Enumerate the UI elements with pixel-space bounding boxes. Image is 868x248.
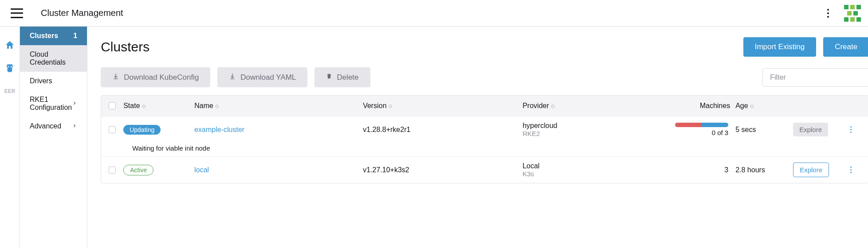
- sort-icon: ◇: [389, 103, 392, 109]
- svg-point-9: [11, 66, 12, 67]
- download-icon: [112, 73, 119, 82]
- sidebar-item-advanced[interactable]: Advanced: [20, 117, 87, 136]
- explore-button[interactable]: Explore: [793, 123, 828, 136]
- sidebar-item-rke1-configuration[interactable]: RKE1 Configuration: [20, 90, 87, 117]
- menu-toggle-icon[interactable]: [11, 8, 23, 18]
- table-row: Active local v1.27.10+k3s2 Local K3s 3 2…: [101, 156, 868, 183]
- icon-rail: EER: [0, 27, 20, 248]
- cluster-provider-sub: K3s: [522, 170, 647, 178]
- rail-cluster-icon[interactable]: [0, 58, 20, 78]
- create-button[interactable]: Create: [823, 37, 868, 57]
- explore-button[interactable]: Explore: [793, 163, 829, 177]
- header-kebab-menu[interactable]: [821, 6, 835, 20]
- button-label: Download KubeConfig: [124, 73, 199, 82]
- svg-point-8: [8, 66, 9, 67]
- svg-rect-0: [844, 5, 848, 9]
- select-all-checkbox[interactable]: [109, 102, 116, 109]
- download-kubeconfig-button[interactable]: Download KubeConfig: [101, 67, 210, 87]
- sidebar-item-badge: 1: [73, 32, 77, 40]
- page-header-title: Cluster Management: [41, 8, 123, 18]
- status-badge: Active: [123, 165, 153, 175]
- sidebar-item-drivers[interactable]: Drivers: [20, 72, 87, 90]
- cluster-version: v1.27.10+k3s2: [363, 166, 522, 174]
- sort-icon: ◇: [551, 103, 554, 109]
- svg-rect-1: [850, 5, 855, 9]
- sidebar-item-label: Drivers: [30, 77, 52, 85]
- sidebar-item-label: Cloud Credentials: [30, 50, 77, 66]
- cluster-age: 2.8 hours: [735, 166, 793, 174]
- rail-eer-label: EER: [4, 88, 16, 94]
- svg-rect-4: [853, 11, 858, 16]
- sidebar: Clusters 1 Cloud Credentials Drivers RKE…: [20, 27, 87, 248]
- download-icon: [229, 73, 236, 82]
- sort-icon: ◇: [142, 103, 145, 109]
- button-label: Delete: [337, 73, 358, 82]
- row-kebab-menu[interactable]: [846, 167, 855, 173]
- svg-rect-6: [850, 17, 855, 22]
- machines-count: 3: [647, 166, 728, 174]
- button-label: Import Existing: [755, 43, 805, 51]
- svg-rect-5: [844, 17, 848, 22]
- cluster-name-link[interactable]: example-cluster: [194, 126, 244, 133]
- sidebar-item-label: RKE1 Configuration: [30, 96, 72, 112]
- svg-rect-7: [856, 17, 861, 22]
- sort-icon: ◇: [750, 103, 754, 109]
- top-bar: Cluster Management: [0, 0, 868, 27]
- column-provider[interactable]: Provider◇: [522, 102, 647, 110]
- cluster-name-link[interactable]: local: [194, 166, 209, 174]
- button-label: Create: [835, 43, 857, 51]
- column-state[interactable]: State◇: [123, 102, 194, 110]
- cluster-age: 5 secs: [735, 126, 793, 134]
- row-kebab-menu[interactable]: [846, 126, 855, 133]
- delete-button[interactable]: Delete: [314, 67, 370, 87]
- chevron-right-icon: [72, 100, 77, 108]
- row-sub-message: Waiting for viable init node: [101, 143, 868, 156]
- table-header: State◇ Name◇ Version◇ Provider◇ Machines…: [101, 96, 868, 116]
- cluster-provider: Local: [522, 162, 647, 170]
- status-badge: Updating: [123, 125, 161, 135]
- button-label: Download YAML: [240, 73, 296, 82]
- sidebar-item-label: Clusters: [30, 32, 58, 40]
- import-existing-button[interactable]: Import Existing: [743, 37, 816, 57]
- main-panel: Clusters Import Existing Create Download…: [87, 27, 868, 248]
- svg-rect-2: [856, 5, 861, 9]
- cluster-provider-sub: RKE2: [522, 130, 647, 137]
- sort-icon: ◇: [215, 103, 219, 109]
- rail-home-icon[interactable]: [0, 35, 20, 55]
- column-version[interactable]: Version◇: [363, 102, 522, 110]
- cluster-provider: hypercloud: [522, 122, 647, 130]
- cluster-version: v1.28.8+rke2r1: [363, 126, 522, 134]
- sidebar-item-cloud-credentials[interactable]: Cloud Credentials: [20, 45, 87, 72]
- row-checkbox[interactable]: [109, 126, 116, 133]
- chevron-right-icon: [72, 122, 77, 130]
- clusters-table: State◇ Name◇ Version◇ Provider◇ Machines…: [101, 95, 868, 183]
- column-age[interactable]: Age◇: [735, 102, 793, 110]
- machines-count: 0 of 3: [647, 129, 728, 136]
- table-row: Updating example-cluster v1.28.8+rke2r1 …: [101, 116, 868, 143]
- column-machines[interactable]: Machines: [647, 102, 735, 110]
- page-title: Clusters: [101, 39, 149, 54]
- sidebar-item-clusters[interactable]: Clusters 1: [20, 27, 87, 45]
- rail-eer-item[interactable]: EER: [0, 81, 20, 101]
- brand-logo-icon: [844, 5, 861, 22]
- trash-icon: [326, 73, 332, 82]
- machines-progress-bar: [675, 123, 728, 127]
- sidebar-item-label: Advanced: [30, 122, 61, 130]
- svg-rect-3: [847, 11, 852, 16]
- row-checkbox[interactable]: [109, 167, 116, 174]
- download-yaml-button[interactable]: Download YAML: [217, 67, 307, 87]
- column-name[interactable]: Name◇: [194, 102, 363, 110]
- filter-input[interactable]: [762, 68, 868, 87]
